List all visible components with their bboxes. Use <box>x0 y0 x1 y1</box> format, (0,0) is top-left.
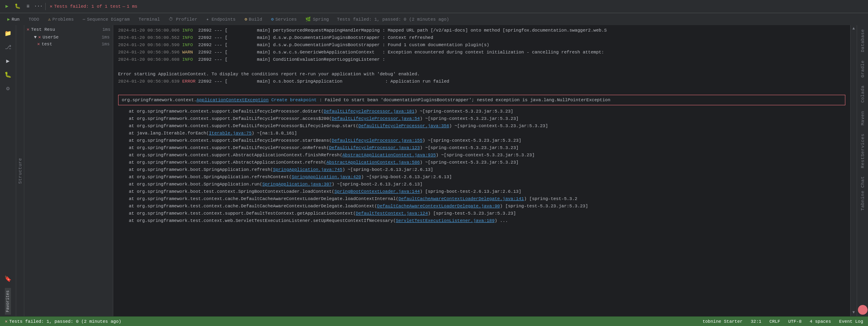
log-error-notice: Error starting ApplicationContext. To di… <box>113 70 850 78</box>
status-bar: ✕ Tests failed: 1, passed: 0 (2 minutes … <box>0 316 868 326</box>
stack-link-1[interactable]: DefaultLifecycleProcessor.java:181 <box>324 109 414 114</box>
test-child-icon: ✕ <box>38 34 41 40</box>
log-area[interactable]: 2024-01-20 00:56:00.006 INFO 22692 --- [… <box>113 25 850 316</box>
sidebar-bookmark-icon[interactable]: 🔖 <box>2 273 15 286</box>
stack-link-13[interactable]: DefaultCacheAwareContextLoaderDelegate.j… <box>398 196 524 201</box>
stack-link-16[interactable]: ServletTestExecutionListener.java:189 <box>396 218 495 223</box>
log-empty-1 <box>113 63 850 70</box>
tab-build[interactable]: ⚙ Build <box>240 16 266 23</box>
test-item-userservice[interactable]: ▼ ✕ UserSe 1ms <box>24 34 113 40</box>
stack-link-10[interactable]: SpringApplication.java:420 <box>292 175 361 179</box>
stack-link-12[interactable]: SpringBootContextLoader.java:144 <box>334 189 420 194</box>
tab-run[interactable]: ▶ Run <box>3 16 23 23</box>
panel-restservices[interactable]: RestServices <box>859 130 867 172</box>
log-line-3: 2024-01-20 00:56:00.590 INFO 22692 --- [… <box>113 41 850 49</box>
run-button[interactable]: ▶ <box>2 2 11 11</box>
exception-line: org.springframework.context.ApplicationC… <box>122 97 842 103</box>
test-root-label: Test Resu <box>31 27 55 32</box>
content-wrapper: 2024-01-20 00:56:00.006 INFO 22692 --- [… <box>113 25 857 316</box>
test-item-test1[interactable]: ✕ test 1ms <box>24 40 113 47</box>
structure-panel: Structure <box>16 25 24 316</box>
stack-link-8[interactable]: AbstractApplicationContext.java:586 <box>326 160 420 165</box>
sidebar-project-icon[interactable]: 📁 <box>2 27 15 40</box>
status-crlf[interactable]: CRLF <box>768 319 781 324</box>
top-toolbar: ▶ 🐛 ≡ ··· ✕ Tests failed: 1 of 1 test — … <box>0 0 868 13</box>
stack-link-7[interactable]: AbstractApplicationContext.java:935 <box>343 153 436 158</box>
status-message: Tests failed: 1, passed: 0 (2 minutes ag… <box>337 17 449 22</box>
stack-link-4[interactable]: Iterable.java:75 <box>209 131 252 136</box>
status-bar-right: tobnine Starter 32:1 CRLF UTF-8 4 spaces… <box>701 319 865 324</box>
tab-services[interactable]: ⚙ Services <box>267 16 301 23</box>
test-child-time: 1ms <box>102 35 110 40</box>
test-root-time: 1ms <box>102 27 110 32</box>
status-indent[interactable]: 4 spaces <box>808 319 833 324</box>
stack-line-6: at org.springframework.context.support.D… <box>113 144 850 151</box>
status-tobnine[interactable]: tobnine Starter <box>701 319 744 324</box>
status-fail-icon: ✕ <box>5 319 8 324</box>
tab-todo[interactable]: TODO <box>24 16 43 23</box>
more-button[interactable]: ··· <box>34 2 43 11</box>
tab-problems[interactable]: ⚠ Problems <box>44 16 78 23</box>
left-sidebar: 📁 ⎇ ▶ 🐛 ⚙ 🔖 Favorites <box>0 25 16 316</box>
services-icon: ⚙ <box>271 17 274 22</box>
favorites-label[interactable]: Favorites <box>5 288 11 315</box>
sidebar-debug-icon[interactable]: 🐛 <box>2 68 15 81</box>
tab-endpoints[interactable]: ✦ Endpoints <box>202 16 240 23</box>
panel-gradle[interactable]: Gradle <box>859 56 867 82</box>
stack-link-6[interactable]: DefaultLifecycleProcessor.java:123 <box>329 145 420 150</box>
log-line-5: 2024-01-20 00:56:00.608 INFO 22692 --- [… <box>113 56 850 63</box>
bottom-toolbar: ▶ Run TODO ⚠ Problems ⋯ Sequence Diagram… <box>0 13 868 25</box>
test-failed-badge: ✕ Tests failed: 1 of 1 test — 1 ms <box>50 4 138 9</box>
tab-sequence-diagram[interactable]: ⋯ Sequence Diagram <box>78 16 133 23</box>
stack-link-15[interactable]: DefaultTestContext.java:124 <box>356 211 428 216</box>
main-area: 📁 ⎇ ▶ 🐛 ⚙ 🔖 Favorites Structure ✕ Test R… <box>0 25 868 316</box>
log-line-error: 2024-01-20 00:56:00.639 ERROR 22692 --- … <box>113 78 850 85</box>
scroll-down[interactable]: ▼ <box>851 310 857 316</box>
log-line-2: 2024-01-20 00:56:00.562 INFO 22692 --- [… <box>113 34 850 41</box>
structure-label[interactable]: Structure <box>18 158 23 184</box>
sidebar-settings-icon[interactable]: ⚙ <box>2 82 15 95</box>
stack-line-14: at org.springframework.test.context.cach… <box>113 202 850 210</box>
log-empty-2 <box>113 85 850 92</box>
test-panel-header: ✕ Test Resu 1ms <box>24 25 113 34</box>
log-line-1: 2024-01-20 00:56:00.006 INFO 22692 --- [… <box>113 27 850 34</box>
status-tests[interactable]: ✕ Tests failed: 1, passed: 0 (2 minutes … <box>3 319 123 324</box>
tab-terminal[interactable]: Terminal <box>135 16 164 23</box>
status-event-log[interactable]: Event Log <box>838 319 865 324</box>
debug-button[interactable]: 🐛 <box>13 2 22 11</box>
stack-line-16: at org.springframework.test.context.web.… <box>113 217 850 224</box>
coverage-button[interactable]: ≡ <box>23 2 32 11</box>
test-leaf-label: test <box>42 42 52 47</box>
test-leaf-icon: ✕ <box>37 41 40 47</box>
tab-spring[interactable]: 🌿 Spring <box>301 16 333 23</box>
stack-link-2[interactable]: DefaultLifecycleProcessor.java:54 <box>332 116 420 121</box>
status-charset[interactable]: UTF-8 <box>787 319 803 324</box>
panel-database[interactable]: Database <box>859 25 867 56</box>
stack-line-12: at org.springframework.boot.test.context… <box>113 188 850 195</box>
tab-profiler[interactable]: ⏱ Profiler <box>165 16 201 23</box>
run-icon: ▶ <box>7 17 10 22</box>
stack-line-13: at org.springframework.test.context.cach… <box>113 195 850 202</box>
notification-dot[interactable] <box>858 305 868 315</box>
stack-line-10: at org.springframework.boot.SpringApplic… <box>113 173 850 181</box>
stack-line-4: at java.lang.Iterable.forEach(Iterable.j… <box>113 130 850 137</box>
stack-link-5[interactable]: DefaultLifecycleProcessor.java:155 <box>332 138 422 143</box>
stack-line-3: at org.springframework.context.support.D… <box>113 122 850 130</box>
stack-link-9[interactable]: SpringApplication.java:745 <box>273 167 343 172</box>
stack-line-2: at org.springframework.context.support.D… <box>113 115 850 122</box>
sequence-icon: ⋯ <box>83 17 85 22</box>
stack-link-3[interactable]: DefaultLifecycleProcessor.java:356 <box>358 124 449 128</box>
test-fail-icon: ✕ <box>27 27 30 32</box>
panel-maven[interactable]: Maven <box>859 107 867 130</box>
panel-colada[interactable]: Colada <box>859 81 867 107</box>
sidebar-commit-icon[interactable]: ⎇ <box>2 40 15 53</box>
status-line-col[interactable]: 32:1 <box>749 319 763 324</box>
panel-tabnine-chat[interactable]: Tabnine Chat <box>859 172 867 215</box>
log-line-4: 2024-01-20 00:56:00.596 WARN 22692 --- [… <box>113 49 850 56</box>
exception-class-link[interactable]: ApplicationContextException <box>197 98 269 102</box>
scroll-up[interactable]: ▲ <box>851 25 857 32</box>
stack-link-14[interactable]: DefaultCacheAwareContextLoaderDelegate.j… <box>377 204 500 209</box>
stack-link-11[interactable]: SpringApplication.java:307 <box>262 182 332 187</box>
stack-line-5: at org.springframework.context.support.D… <box>113 137 850 144</box>
sidebar-run-icon[interactable]: ▶ <box>2 54 15 67</box>
